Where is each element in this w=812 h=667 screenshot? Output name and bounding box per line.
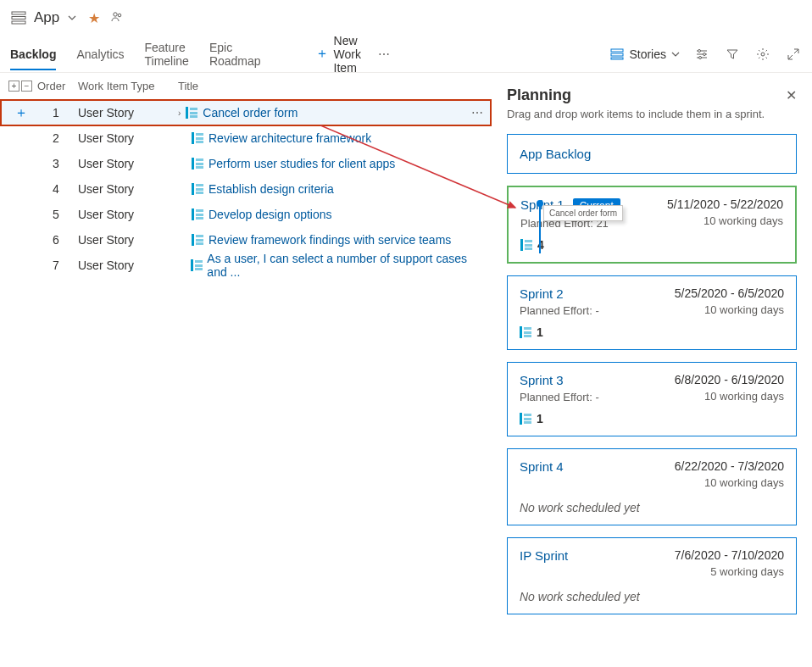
- team-icon[interactable]: [110, 10, 124, 26]
- tab-epic-roadmap[interactable]: Epic Roadmap: [209, 32, 261, 76]
- svg-rect-7: [611, 58, 623, 59]
- toolbar-more-icon[interactable]: ⋯: [378, 47, 390, 61]
- plus-icon: ＋: [315, 45, 329, 63]
- sprint-working-days: 10 working days: [675, 303, 784, 316]
- expand-all-icon[interactable]: +: [8, 81, 19, 92]
- sprint-card[interactable]: Sprint 1CurrentPlanned Effort: 215/11/20…: [507, 186, 797, 264]
- app-dropdown-chevron[interactable]: [68, 11, 76, 25]
- row-type: User Story: [78, 208, 175, 221]
- svg-point-9: [704, 53, 706, 55]
- svg-rect-5: [611, 49, 623, 52]
- expand-icon[interactable]: [785, 46, 802, 63]
- row-order: 7: [37, 258, 75, 272]
- sprint-card[interactable]: Sprint 46/22/2020 - 7/3/202010 working d…: [507, 448, 797, 525]
- table-row[interactable]: 5User StoryDevelop design options: [0, 202, 492, 227]
- user-story-icon: [192, 234, 203, 246]
- filter-icon[interactable]: [724, 46, 741, 63]
- row-type: User Story: [78, 233, 175, 247]
- backlog-icon: [10, 9, 27, 26]
- tab-analytics[interactable]: Analytics: [76, 39, 124, 69]
- row-order: 2: [37, 131, 75, 145]
- work-item-title[interactable]: Perform user studies for client apps: [209, 157, 395, 170]
- chevron-down-icon: [671, 50, 680, 58]
- new-work-item-button[interactable]: ＋ New Work Item: [315, 34, 365, 75]
- settings-sliders-icon[interactable]: [693, 46, 710, 63]
- sprint-dates: 5/25/2020 - 6/5/202010 working days: [675, 286, 784, 316]
- close-icon[interactable]: ✕: [786, 87, 797, 103]
- table-row[interactable]: 6User StoryReview framework findings wit…: [0, 227, 492, 253]
- svg-point-3: [114, 12, 117, 15]
- sprint-dates: 5/11/2020 - 5/22/202010 working days: [667, 197, 783, 227]
- work-item-title[interactable]: Establish design criteria: [209, 182, 334, 196]
- sprint-name[interactable]: Sprint 2: [520, 286, 564, 301]
- sprint-card[interactable]: IP Sprint7/6/2020 - 7/10/20205 working d…: [507, 537, 797, 614]
- user-story-icon: [191, 259, 202, 271]
- user-story-icon: [192, 208, 203, 220]
- sprint-effort: Planned Effort: -: [520, 304, 599, 317]
- table-row[interactable]: 4User StoryEstablish design criteria: [0, 176, 492, 202]
- tabs-row: Backlog Analytics Feature Timeline Epic …: [0, 36, 812, 73]
- row-order: 1: [37, 106, 75, 120]
- column-type[interactable]: Work Item Type: [78, 80, 175, 92]
- backlog-drop-card[interactable]: App Backlog: [507, 134, 797, 174]
- app-header: App ★: [0, 0, 812, 36]
- gear-icon[interactable]: [754, 46, 771, 63]
- user-story-icon: [192, 183, 203, 195]
- row-order: 4: [37, 182, 75, 196]
- tab-feature-timeline[interactable]: Feature Timeline: [145, 32, 189, 76]
- row-order: 3: [37, 157, 75, 170]
- table-row[interactable]: 3User StoryPerform user studies for clie…: [0, 151, 492, 176]
- svg-point-10: [699, 56, 702, 58]
- sprint-name[interactable]: Sprint 3: [520, 373, 564, 387]
- sprint-effort: Planned Effort: -: [520, 391, 599, 403]
- column-title[interactable]: Title: [178, 80, 483, 92]
- expand-collapse-controls[interactable]: + −: [8, 81, 34, 92]
- view-icon: [610, 47, 624, 61]
- user-story-icon: [186, 107, 197, 119]
- row-order: 5: [37, 208, 75, 221]
- app-title[interactable]: App: [34, 9, 59, 26]
- drag-insertion-line: [539, 203, 541, 253]
- chevron-right-icon[interactable]: ›: [178, 108, 181, 118]
- sprint-dates: 6/22/2020 - 7/3/202010 working days: [675, 459, 784, 489]
- sprint-cards: Sprint 1CurrentPlanned Effort: 215/11/20…: [507, 186, 797, 614]
- work-item-title[interactable]: Review framework findings with service t…: [209, 233, 451, 247]
- column-order[interactable]: Order: [37, 80, 75, 92]
- sprint-name[interactable]: IP Sprint: [520, 548, 568, 563]
- backlog-panel: + − Order Work Item Type Title ＋1User St…: [0, 73, 492, 667]
- table-row[interactable]: 2User StoryReview architecture framework: [0, 125, 492, 151]
- row-type: User Story: [78, 106, 175, 120]
- user-story-icon: [192, 158, 203, 170]
- work-item-title[interactable]: Review architecture framework: [209, 131, 371, 145]
- view-selector[interactable]: Stories: [610, 47, 680, 61]
- add-child-icon[interactable]: ＋: [14, 104, 28, 122]
- sprint-count: 1: [520, 412, 784, 425]
- row-type: User Story: [78, 258, 175, 272]
- sprint-dates: 6/8/2020 - 6/19/202010 working days: [675, 373, 784, 403]
- sprint-count: 1: [520, 325, 784, 339]
- sprint-name[interactable]: Sprint 4: [520, 459, 564, 474]
- main: + − Order Work Item Type Title ＋1User St…: [0, 73, 812, 667]
- work-item-title[interactable]: Cancel order form: [203, 106, 298, 120]
- sprint-card[interactable]: Sprint 3Planned Effort: -6/8/2020 - 6/19…: [507, 362, 797, 436]
- sprint-card[interactable]: Sprint 2Planned Effort: -5/25/2020 - 6/5…: [507, 275, 797, 350]
- sprint-count: 4: [520, 238, 783, 252]
- svg-rect-2: [12, 21, 25, 24]
- work-item-title[interactable]: As a user, I can select a number of supp…: [207, 252, 483, 279]
- collapse-all-icon[interactable]: −: [21, 81, 32, 92]
- toolbar-right: Stories: [390, 46, 802, 63]
- tab-backlog[interactable]: Backlog: [10, 39, 56, 69]
- user-story-icon: [520, 413, 531, 425]
- sprint-working-days: 10 working days: [675, 476, 784, 489]
- sprint-dates: 7/6/2020 - 7/10/20205 working days: [675, 548, 784, 578]
- work-item-title[interactable]: Develop design options: [209, 208, 332, 221]
- table-row[interactable]: 7User StoryAs a user, I can select a num…: [0, 253, 492, 278]
- planning-panel: Planning ✕ Drag and drop work items to i…: [492, 73, 812, 667]
- user-story-icon: [192, 132, 203, 144]
- favorite-star-icon[interactable]: ★: [88, 10, 100, 26]
- table-row[interactable]: ＋1User Story›Cancel order form⋯: [0, 99, 492, 126]
- row-more-icon[interactable]: ⋯: [471, 106, 483, 120]
- sprint-no-work: No work scheduled yet: [520, 501, 784, 514]
- planning-title: Planning: [507, 86, 571, 104]
- svg-point-11: [761, 53, 765, 56]
